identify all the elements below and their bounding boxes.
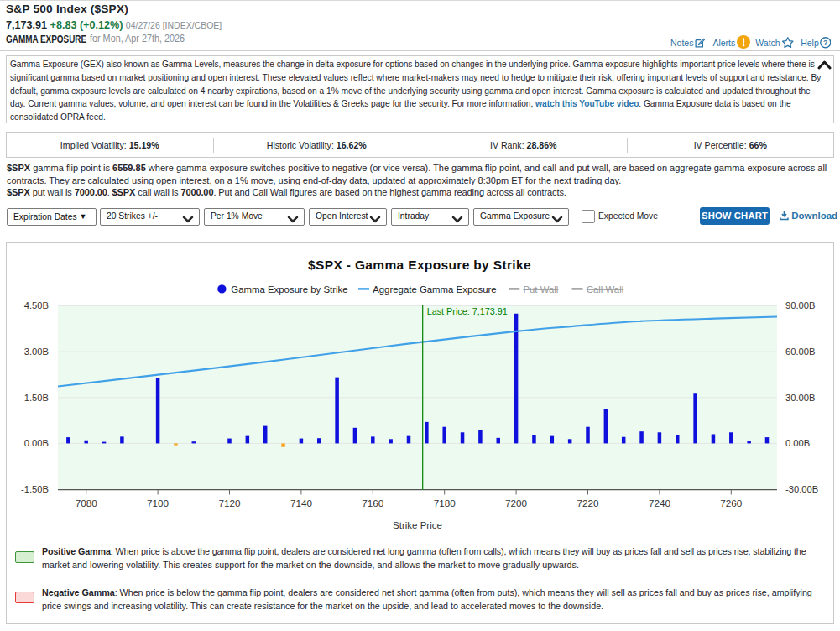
svg-text:7160: 7160: [362, 498, 384, 508]
svg-text:?: ?: [823, 39, 827, 47]
svg-text:Call Wall: Call Wall: [587, 284, 624, 295]
svg-text:7080: 7080: [76, 498, 98, 508]
svg-text:Gamma Exposure by Strike: Gamma Exposure by Strike: [231, 284, 347, 295]
svg-text:3.00B: 3.00B: [24, 347, 49, 357]
svg-text:60.00B: 60.00B: [785, 347, 815, 357]
svg-text:Strike Price: Strike Price: [393, 520, 442, 530]
svg-text:1.50B: 1.50B: [24, 393, 49, 403]
svg-text:7180: 7180: [434, 498, 457, 508]
svg-text:$SPX - Gamma Exposure by Strik: $SPX - Gamma Exposure by Strike: [308, 258, 531, 272]
svg-text:Put Wall: Put Wall: [523, 284, 558, 295]
svg-text:0.00B: 0.00B: [785, 438, 810, 448]
svg-text:30.00B: 30.00B: [785, 393, 815, 403]
svg-text:-1.50B: -1.50B: [21, 484, 49, 494]
svg-text:4.50B: 4.50B: [24, 300, 49, 310]
svg-text:0.00B: 0.00B: [24, 438, 49, 448]
svg-text:-30.00B: -30.00B: [785, 484, 818, 494]
svg-text:Last Price: 7,173.91: Last Price: 7,173.91: [427, 306, 508, 316]
svg-text:7260: 7260: [720, 498, 743, 508]
svg-text:7240: 7240: [649, 498, 671, 508]
svg-text:7220: 7220: [577, 498, 599, 508]
svg-text:Aggregate Gamma Exposure: Aggregate Gamma Exposure: [373, 284, 497, 295]
svg-text:7120: 7120: [218, 498, 241, 508]
svg-text:90.00B: 90.00B: [785, 300, 815, 310]
svg-text:7200: 7200: [505, 498, 528, 508]
svg-text:7140: 7140: [290, 498, 313, 508]
svg-text:7100: 7100: [147, 498, 170, 508]
